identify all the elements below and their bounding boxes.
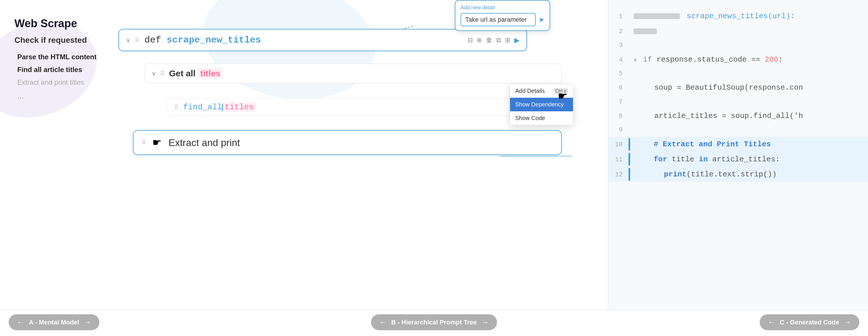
code-line-2: 2	[608, 24, 868, 39]
sub-node-text-highlight: titles	[198, 68, 223, 79]
node-toolbar: ⊟ ⊕ 🗑 ⧉ ⊞ ▶	[467, 36, 520, 44]
code-content-8: article_titles = soup.find_all('h	[634, 110, 803, 122]
code-line-1: 1 scrape_news_titles(url):	[608, 9, 868, 24]
line-num-8: 8	[611, 111, 628, 122]
code-block: 1 scrape_news_titles(url): 2	[608, 6, 868, 185]
code-line-4: 4 ∨ if response.status_code == 200:	[608, 52, 868, 67]
find-all-node[interactable]: ⠿ find_alltitles	[167, 98, 562, 116]
sub-node-drag[interactable]: ⠿	[160, 70, 165, 77]
line-num-5: 5	[611, 68, 628, 79]
main-container: Web Scrape Check if requested Parse the …	[0, 0, 868, 336]
extract-drag[interactable]: ⠿	[142, 139, 147, 146]
sub-node-chevron: ∨	[152, 70, 156, 77]
context-menu-add-details-label: Add Details	[515, 88, 545, 94]
panel-c-arrow-right: →	[844, 318, 851, 327]
code-line-5: 5	[608, 67, 868, 80]
code-line-3: 3	[608, 39, 868, 52]
context-menu-show-dependency-label: Show Dependency	[515, 101, 564, 108]
code-line-10: 10 # Extract and Print Titles	[608, 137, 868, 152]
def-keyword: def	[145, 35, 167, 46]
panel-a: Web Scrape Check if requested Parse the …	[0, 0, 110, 310]
panel-b: Add new detail ➤ ∨ ⠿ def scrape_new_titl…	[110, 0, 608, 310]
context-menu-show-code-label: Show Code	[515, 115, 545, 121]
extract-node-text: Extract and print	[168, 137, 240, 148]
line-num-4: 4	[611, 55, 628, 65]
cursor-hand-icon: ☛	[558, 90, 567, 102]
panel-a-items: Parse the HTML content Find all article …	[14, 53, 98, 100]
add-detail-popup: Add new detail ➤	[455, 0, 550, 31]
line-num-3: 3	[611, 40, 628, 51]
panel-a-item-2: Find all article titles	[17, 66, 98, 74]
monitor-icon[interactable]: ⊟	[467, 36, 473, 44]
code-line-11: 11 for title in article_titles:	[608, 152, 868, 167]
panel-a-arrow-right: →	[84, 318, 91, 327]
line-num-12: 12	[611, 169, 628, 180]
send-icon[interactable]: ➤	[538, 16, 545, 24]
placeholder-2	[634, 28, 657, 34]
code-content-10: # Extract and Print Titles	[633, 138, 771, 151]
function-node-chevron: ∨	[126, 37, 130, 44]
panel-c-bottom-label: ← C - Generated Code →	[760, 314, 859, 330]
function-node[interactable]: ∨ ⠿ def scrape_new_titles ⊟ ⊕ 🗑 ⧉ ⊞ ▶	[119, 29, 527, 51]
code-line-12: 12 print(title.text.strip())	[608, 167, 868, 182]
sub-node[interactable]: ∨ ⠿ Get all titles	[145, 64, 562, 83]
copy-icon[interactable]: ⧉	[496, 36, 501, 44]
sub-node-text-plain: Get all	[169, 68, 198, 78]
context-menu-show-code[interactable]: Show Code	[510, 111, 573, 125]
add-detail-input-row: ➤	[461, 13, 545, 26]
bottom-labels: ← A - Mental Model → ← B - Hierarchical …	[0, 310, 868, 336]
code-content-1: scrape_news_titles(url):	[634, 10, 795, 23]
panel-a-subtitle: Check if requested	[14, 35, 98, 45]
function-name: scrape_new_titles	[167, 35, 261, 46]
panel-b-arrow-left: ←	[379, 318, 386, 327]
extract-cursor-hand: ☛	[152, 137, 161, 149]
delete-icon[interactable]: 🗑	[486, 36, 492, 44]
code-content-11: for title in article_titles:	[633, 153, 780, 166]
line-num-2: 2	[611, 26, 628, 37]
line-num-6: 6	[611, 83, 628, 93]
panel-b-arrow-right: →	[482, 318, 489, 327]
panel-c-label-box: ← C - Generated Code →	[760, 314, 859, 330]
code-content-6: soup = BeautifulSoup(response.con	[634, 81, 803, 94]
panel-b-bottom-label: ← B - Hierarchical Prompt Tree →	[371, 314, 497, 330]
code-line-8: 8 article_titles = soup.find_all('h	[608, 108, 868, 123]
find-all-keyword: find_all	[183, 103, 222, 112]
expand-icon[interactable]: ⊞	[505, 36, 510, 44]
code-line-7: 7	[608, 95, 868, 108]
panel-a-bottom-label: ← A - Mental Model →	[9, 314, 99, 330]
panel-c: 1 scrape_news_titles(url): 2	[608, 0, 868, 310]
panel-a-item-1: Parse the HTML content	[17, 53, 98, 61]
sub-node-title: Get all titles	[169, 68, 223, 78]
find-all-text: find_alltitles	[183, 103, 255, 112]
collapse-chevron-4[interactable]: ∨	[634, 57, 637, 63]
panel-a-title: Web Scrape	[14, 17, 98, 30]
line-num-1: 1	[611, 11, 628, 22]
add-detail-input[interactable]	[461, 13, 536, 26]
placeholder-1a	[634, 13, 680, 19]
function-node-drag[interactable]: ⠿	[135, 37, 140, 44]
find-all-drag[interactable]: ⠿	[174, 104, 179, 111]
line-num-10: 10	[611, 139, 628, 150]
panel-a-label-box: ← A - Mental Model →	[9, 314, 99, 330]
panel-c-label-text: C - Generated Code	[780, 319, 839, 326]
sub-node-container: ∨ ⠿ Get all titles Add Details Ctrl s Sh…	[145, 64, 562, 83]
panel-a-dots: ...	[17, 91, 98, 100]
panel-b-label-text: B - Hierarchical Prompt Tree	[391, 319, 477, 326]
panel-c-arrow-left: ←	[768, 318, 775, 327]
extract-node[interactable]: ⠿ ☛ Extract and print	[133, 130, 562, 155]
code-line-9: 9	[608, 123, 868, 137]
code-content-2	[634, 25, 657, 37]
line-num-11: 11	[611, 155, 628, 165]
code-content-12: print(title.text.strip())	[633, 168, 777, 181]
panel-a-arrow-left: ←	[17, 318, 24, 327]
line-indicator-11	[628, 153, 630, 166]
add-param-icon[interactable]: ⊕	[477, 36, 482, 44]
line-num-7: 7	[611, 96, 628, 107]
code-line-6: 6 soup = BeautifulSoup(response.con	[608, 80, 868, 95]
line-indicator-10	[628, 138, 630, 151]
line-num-9: 9	[611, 124, 628, 135]
panel-a-label-text: A - Mental Model	[29, 319, 79, 326]
run-icon[interactable]: ▶	[514, 36, 520, 44]
panel-b-label-box: ← B - Hierarchical Prompt Tree →	[371, 314, 497, 330]
code-content-4: ∨ if response.status_code == 200:	[634, 53, 783, 66]
